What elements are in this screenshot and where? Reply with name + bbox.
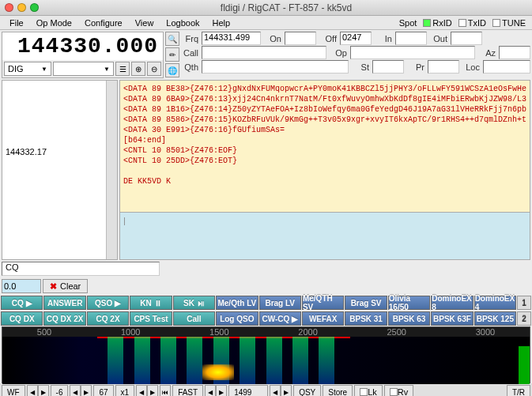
- macro-wefax[interactable]: WEFAX: [302, 311, 344, 326]
- txid-checkbox[interactable]: [458, 19, 466, 27]
- remove-icon[interactable]: ⊖: [147, 62, 161, 76]
- macro-bank-2[interactable]: 2: [517, 311, 531, 326]
- on-input[interactable]: [285, 32, 316, 45]
- macro-cps-test[interactable]: CPS Test: [130, 311, 172, 326]
- bandwidth-combo[interactable]: ▼: [53, 62, 114, 76]
- off-input[interactable]: 0247: [340, 32, 372, 45]
- globe-icon[interactable]: 🌐: [165, 63, 179, 77]
- op-input[interactable]: [350, 46, 475, 59]
- close-window[interactable]: [5, 3, 13, 12]
- macro-bank-1[interactable]: 1: [517, 296, 531, 310]
- txid-toggle[interactable]: TxID: [455, 18, 489, 28]
- macro-brag-lv[interactable]: Brag LV: [259, 296, 301, 310]
- macro-dominoex-4[interactable]: DominoEX 4: [474, 296, 516, 310]
- menu-logbook[interactable]: Logbook: [160, 17, 206, 29]
- waterfall[interactable]: 50010001500200025003000: [2, 326, 530, 383]
- spinner-input[interactable]: 0.0: [2, 279, 41, 293]
- add-icon[interactable]: ⊕: [131, 62, 145, 76]
- db-low[interactable]: -6: [51, 385, 69, 396]
- tune-toggle[interactable]: TUNE: [489, 18, 529, 28]
- cq-input[interactable]: CQ: [2, 262, 160, 276]
- wf-tick: 2000: [298, 327, 317, 337]
- search-icon[interactable]: 🔍: [165, 32, 179, 46]
- menu-opmode[interactable]: Op Mode: [30, 17, 78, 29]
- macro-dominoex-8[interactable]: DominoEX 8: [431, 296, 473, 310]
- zoom-window[interactable]: [30, 3, 39, 12]
- left-arrow-icon[interactable]: ◀: [270, 385, 281, 396]
- rv-toggle[interactable]: Rv: [384, 385, 413, 396]
- skip-left-icon[interactable]: ⏮: [160, 385, 171, 396]
- scrollbar[interactable]: [106, 81, 117, 259]
- rxid-checkbox[interactable]: [423, 19, 431, 27]
- receive-text[interactable]: <DATA 89 BE38>{Z476:12}gNxdNxFUMqopwcrA+…: [120, 81, 530, 212]
- macro-brag-sv[interactable]: Brag SV: [345, 296, 387, 310]
- wf-button[interactable]: WF: [2, 385, 25, 396]
- macro-kn-[interactable]: KN ⏸: [130, 296, 172, 310]
- macro-bpsk-63f[interactable]: BPSK 63F: [431, 311, 473, 326]
- frq-label: Frq: [179, 34, 200, 43]
- list-icon[interactable]: ☰: [115, 62, 130, 76]
- brush-icon[interactable]: ✏: [165, 47, 179, 62]
- macro-qso-[interactable]: QSO ▶: [87, 296, 129, 310]
- store-button[interactable]: Store: [323, 385, 353, 396]
- macro-call[interactable]: Call: [173, 311, 215, 326]
- in-input[interactable]: [395, 32, 427, 45]
- macro-olivia-16-50[interactable]: Olivia 16/50: [388, 296, 430, 310]
- out-input[interactable]: [451, 32, 482, 45]
- right-arrow-icon[interactable]: ▶: [147, 385, 158, 396]
- macro-me-qth-lv[interactable]: Me/Qth LV: [216, 296, 258, 310]
- loc-input[interactable]: [483, 60, 530, 74]
- menu-view[interactable]: View: [129, 17, 160, 29]
- zoom-button[interactable]: x1: [115, 385, 135, 396]
- macro-sk-[interactable]: SK ⏯: [173, 296, 215, 310]
- right-arrow-icon[interactable]: ▶: [38, 385, 49, 396]
- right-arrow-icon[interactable]: ▶: [81, 385, 92, 396]
- menu-configure[interactable]: Configure: [78, 17, 129, 29]
- db-range[interactable]: 67: [93, 385, 113, 396]
- tune-checkbox[interactable]: [492, 19, 500, 27]
- macro-cq-dx[interactable]: CQ DX: [1, 311, 43, 326]
- right-arrow-icon[interactable]: ▶: [216, 385, 227, 396]
- wf-tick: 2500: [387, 327, 406, 337]
- transmit-text[interactable]: |: [120, 212, 530, 259]
- clear-button[interactable]: ✖Clear: [43, 279, 88, 293]
- macro-me-qth-sv[interactable]: Me/QTH SV: [302, 296, 344, 310]
- rxid-toggle[interactable]: RxID: [420, 18, 455, 28]
- macro-bpsk-125[interactable]: BPSK 125: [474, 311, 516, 326]
- left-arrow-icon[interactable]: ◀: [136, 385, 147, 396]
- left-arrow-icon[interactable]: ◀: [205, 385, 216, 396]
- macro-answer[interactable]: ANSWER: [43, 296, 85, 310]
- macro-cq-dx-2x[interactable]: CQ DX 2X: [43, 311, 85, 326]
- mode-combo[interactable]: DIG▼: [4, 62, 51, 76]
- frq-input[interactable]: 144331.499: [202, 32, 261, 45]
- left-arrow-icon[interactable]: ◀: [70, 385, 81, 396]
- macro-cw-cq-[interactable]: CW-CQ ▶: [259, 311, 301, 326]
- squelch-meter[interactable]: [519, 346, 530, 384]
- macro-cq-2x[interactable]: CQ 2X: [87, 311, 129, 326]
- wf-freq[interactable]: 1499: [228, 385, 268, 396]
- macro-log-qso[interactable]: Log QSO: [216, 311, 258, 326]
- pr-label: Pr: [406, 62, 426, 72]
- channel-list[interactable]: 144332.17: [2, 80, 118, 260]
- az-input[interactable]: [499, 46, 530, 59]
- lk-toggle[interactable]: Lk: [354, 385, 383, 396]
- macro-cq-[interactable]: CQ ▶: [1, 296, 43, 310]
- menu-file[interactable]: File: [3, 17, 30, 29]
- pr-input[interactable]: [428, 60, 459, 74]
- macro-bpsk-63[interactable]: BPSK 63: [388, 311, 430, 326]
- menu-help[interactable]: Help: [206, 17, 237, 29]
- az-label: Az: [477, 48, 497, 58]
- qsy-button[interactable]: QSY: [293, 385, 321, 396]
- qth-input[interactable]: [202, 60, 349, 74]
- minimize-window[interactable]: [17, 3, 26, 12]
- left-arrow-icon[interactable]: ◀: [27, 385, 38, 396]
- right-arrow-icon[interactable]: ▶: [281, 385, 292, 396]
- wf-tick: 1000: [121, 327, 140, 337]
- macro-bpsk-31[interactable]: BPSK 31: [345, 311, 387, 326]
- frequency-display[interactable]: 144330.000: [2, 32, 163, 60]
- spot-toggle[interactable]: Spot: [396, 18, 421, 28]
- speed-button[interactable]: FAST: [172, 385, 203, 396]
- st-input[interactable]: [372, 60, 404, 74]
- call-input[interactable]: [202, 46, 326, 59]
- tr-button[interactable]: T/R: [507, 385, 530, 396]
